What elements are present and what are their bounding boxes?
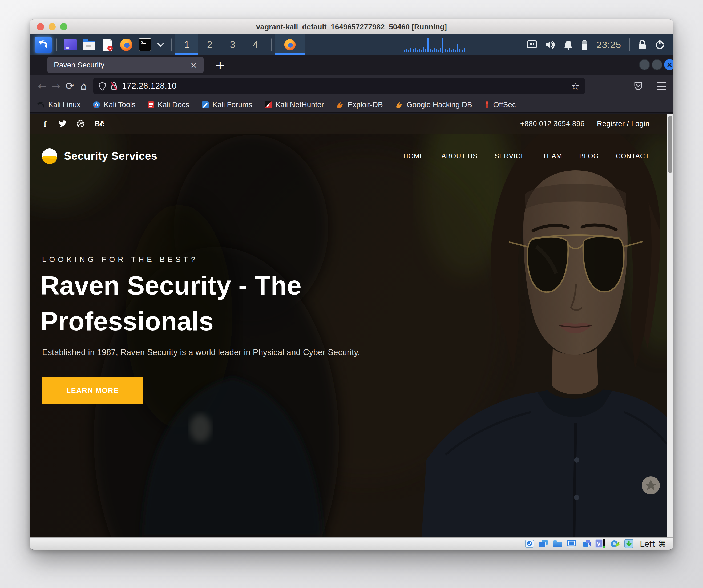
display-settings-launcher[interactable]: [63, 37, 78, 52]
notifications-indicator[interactable]: [564, 40, 573, 50]
kali-tools-icon: [93, 101, 100, 108]
speaker-icon: [545, 40, 556, 50]
bookmark-kali-nethunter[interactable]: Kali NetHunter: [264, 100, 324, 109]
workspace-2[interactable]: 2: [198, 34, 221, 55]
scrollbar-thumb[interactable]: [668, 116, 672, 173]
bookmark-star-icon[interactable]: ☆: [571, 81, 579, 92]
panel-clock[interactable]: 23:25: [597, 40, 621, 50]
hero-title-line2: Professionals: [41, 303, 488, 339]
bookmark-label: OffSec: [493, 100, 516, 109]
workspace-1-label: 1: [184, 39, 189, 50]
terminal-icon: $: [139, 39, 151, 51]
learn-more-button[interactable]: LEARN MORE: [42, 377, 143, 403]
host-key-indicator: Left ⌘: [640, 539, 666, 548]
browser-close-button[interactable]: ×: [664, 59, 673, 70]
battery-indicator[interactable]: [581, 40, 588, 50]
home-icon[interactable]: ⌂: [77, 79, 91, 93]
cpu-graph[interactable]: [403, 36, 518, 54]
nav-about-us[interactable]: ABOUT US: [441, 152, 477, 160]
bookmark-google-hacking-db[interactable]: Google Hacking DB: [395, 100, 472, 109]
keyboard-capture-icon[interactable]: [624, 539, 634, 548]
page-scrollbar[interactable]: [667, 114, 673, 537]
battery-icon: [581, 40, 588, 50]
nav-blog[interactable]: BLOG: [579, 152, 599, 160]
mouse-integration-icon[interactable]: [610, 539, 620, 548]
brand-name: Security Services: [64, 150, 157, 162]
file-manager-launcher[interactable]: [82, 37, 96, 52]
firefox-tabbar: Raven Security × + ×: [30, 55, 673, 75]
workspace-4[interactable]: 4: [244, 34, 267, 55]
bookmark-label: Kali Docs: [158, 100, 189, 109]
behance-icon[interactable]: Bē: [94, 120, 104, 128]
volume-indicator[interactable]: [545, 40, 556, 50]
insecure-lock-icon[interactable]: [110, 82, 118, 91]
bell-icon: [564, 40, 573, 50]
firefox-launcher[interactable]: [119, 37, 134, 52]
nav-contact[interactable]: CONTACT: [616, 152, 649, 160]
vm-window: vagrant-kali_default_1649657277982_50460…: [30, 19, 673, 549]
launcher-dropdown[interactable]: [156, 37, 165, 52]
menu-icon[interactable]: [656, 82, 666, 90]
kali-forums-icon: [202, 101, 209, 108]
pocket-icon[interactable]: [634, 82, 643, 91]
folder-icon: [82, 39, 96, 51]
back-icon[interactable]: ←: [35, 79, 49, 93]
forward-icon[interactable]: →: [49, 79, 63, 93]
tab-close-icon[interactable]: ×: [185, 60, 197, 70]
nav-team[interactable]: TEAM: [543, 152, 562, 160]
hero-title-line1: Raven Security - The: [41, 268, 488, 303]
hero-subtitle: Established in 1987, Raven Security is a…: [42, 348, 360, 357]
brand[interactable]: Security Services: [42, 148, 157, 164]
network-indicator[interactable]: [527, 40, 537, 49]
reload-icon[interactable]: ⟳: [63, 79, 77, 93]
hard-disk-icon[interactable]: [525, 539, 534, 548]
network-adapters-icon[interactable]: [538, 539, 548, 548]
chevron-down-icon: [157, 43, 164, 47]
url-bar[interactable]: 172.28.128.10 ☆: [93, 78, 585, 94]
dribbble-icon[interactable]: [77, 120, 84, 127]
workspace-1[interactable]: 1: [175, 34, 198, 55]
nav-service[interactable]: SERVICE: [494, 152, 526, 160]
facebook-icon[interactable]: f: [42, 119, 49, 129]
firefox-navbar: ← → ⟳ ⌂ 172.28.128.10 ☆: [30, 75, 673, 97]
firefox-window-button[interactable]: [275, 34, 305, 55]
shared-folders-icon[interactable]: [552, 539, 562, 548]
panel-separator: [629, 39, 630, 51]
browser-minimize-button[interactable]: [639, 59, 650, 70]
url-text[interactable]: 172.28.128.10: [122, 81, 567, 91]
new-tab-button[interactable]: +: [213, 58, 228, 73]
kali-nethunter-icon: [264, 101, 272, 108]
workspace-4-label: 4: [253, 39, 258, 50]
workspace-3[interactable]: 3: [221, 34, 244, 55]
bookmark-label: Kali Forums: [212, 100, 252, 109]
bookmark-kali-docs[interactable]: Kali Docs: [148, 100, 189, 109]
lock-screen-button[interactable]: [638, 40, 647, 50]
logout-button[interactable]: [655, 40, 665, 50]
kali-docs-icon: [148, 101, 154, 108]
terminal-launcher[interactable]: $: [138, 37, 152, 52]
register-login-link[interactable]: Register / Login: [597, 120, 649, 128]
network-icon: [527, 40, 537, 49]
recording-icon[interactable]: [581, 539, 591, 548]
bookmarks-bar: Kali Linux Kali Tools Kali Docs Kali For…: [30, 97, 673, 113]
workspace-3-label: 3: [230, 39, 235, 50]
bookmark-offsec[interactable]: OffSec: [484, 100, 516, 109]
workspace-2-label: 2: [207, 39, 212, 50]
kali-dragon-icon: [37, 101, 45, 108]
firefox-icon: [284, 39, 296, 51]
browser-maximize-button[interactable]: [651, 59, 662, 70]
bookmark-kali-tools[interactable]: Kali Tools: [93, 100, 135, 109]
bookmark-exploit-db[interactable]: Exploit-DB: [336, 100, 383, 109]
bookmark-kali-linux[interactable]: Kali Linux: [37, 100, 80, 109]
bookmark-kali-forums[interactable]: Kali Forums: [202, 100, 252, 109]
lock-icon: [638, 40, 647, 50]
cpu-features-icon[interactable]: V: [595, 539, 606, 548]
twitter-icon[interactable]: [59, 120, 67, 127]
tab-raven-security[interactable]: Raven Security ×: [48, 57, 204, 73]
tracking-shield-icon[interactable]: [99, 82, 106, 91]
nav-home[interactable]: HOME: [403, 152, 424, 160]
display-icon[interactable]: [566, 539, 577, 548]
hero-title: Raven Security - The Professionals: [41, 268, 488, 339]
applications-menu-button[interactable]: [35, 36, 52, 53]
text-editor-launcher[interactable]: [100, 37, 115, 52]
